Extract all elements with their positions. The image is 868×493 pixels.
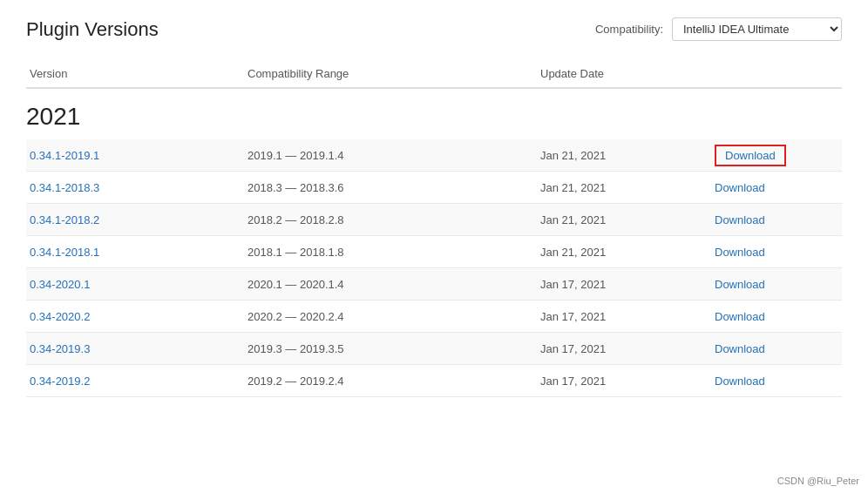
version-cell: 0.34-2019.3 bbox=[26, 341, 244, 355]
download-cell: Download bbox=[711, 213, 842, 226]
download-button[interactable]: Download bbox=[715, 213, 765, 226]
table-container: Version Compatibility Range Update Date … bbox=[26, 67, 842, 397]
version-link[interactable]: 0.34.1-2019.1 bbox=[30, 149, 99, 162]
download-button[interactable]: Download bbox=[715, 145, 786, 166]
version-cell: 0.34.1-2018.1 bbox=[26, 245, 244, 259]
update-date: Jan 17, 2021 bbox=[537, 342, 711, 355]
update-date: Jan 21, 2021 bbox=[537, 181, 711, 194]
page-title: Plugin Versions bbox=[26, 18, 159, 41]
version-cell: 0.34.1-2018.3 bbox=[26, 180, 244, 194]
compatibility-range: 2020.1 — 2020.1.4 bbox=[244, 278, 537, 291]
table-row: 0.34-2019.22019.2 — 2019.2.4Jan 17, 2021… bbox=[26, 365, 842, 397]
page-header: Plugin Versions Compatibility: IntelliJ … bbox=[26, 17, 842, 41]
download-button[interactable]: Download bbox=[715, 181, 765, 194]
version-cell: 0.34-2020.1 bbox=[26, 277, 244, 291]
version-link[interactable]: 0.34.1-2018.3 bbox=[30, 181, 99, 194]
download-cell: Download bbox=[711, 374, 842, 388]
watermark: CSDN @Riu_Peter bbox=[777, 476, 859, 486]
download-button[interactable]: Download bbox=[715, 246, 765, 259]
compatibility-range: 2019.3 — 2019.3.5 bbox=[244, 342, 537, 355]
version-link[interactable]: 0.34-2020.2 bbox=[30, 310, 90, 323]
table-row: 0.34.1-2018.12018.1 — 2018.1.8Jan 21, 20… bbox=[26, 236, 842, 268]
compatibility-container: Compatibility: IntelliJ IDEA Ultimate In… bbox=[595, 17, 842, 41]
table-row: 0.34.1-2018.32018.3 — 2018.3.6Jan 21, 20… bbox=[26, 172, 842, 204]
download-cell: Download bbox=[711, 148, 842, 162]
version-link[interactable]: 0.34-2019.3 bbox=[30, 342, 90, 355]
compatibility-range: 2018.2 — 2018.2.8 bbox=[244, 213, 537, 226]
version-link[interactable]: 0.34-2019.2 bbox=[30, 375, 90, 388]
compatibility-range: 2019.1 — 2019.1.4 bbox=[244, 149, 537, 162]
update-date: Jan 21, 2021 bbox=[537, 246, 711, 259]
update-date: Jan 21, 2021 bbox=[537, 149, 711, 162]
page-container: Plugin Versions Compatibility: IntelliJ … bbox=[0, 0, 868, 415]
download-cell: Download bbox=[711, 277, 842, 291]
table-row: 0.34-2020.22020.2 — 2020.2.4Jan 17, 2021… bbox=[26, 301, 842, 333]
rows-container: 0.34.1-2019.12019.1 — 2019.1.4Jan 21, 20… bbox=[26, 139, 842, 397]
version-link[interactable]: 0.34-2020.1 bbox=[30, 278, 90, 291]
version-link[interactable]: 0.34.1-2018.2 bbox=[30, 213, 99, 226]
version-cell: 0.34-2020.2 bbox=[26, 309, 244, 323]
year-label: 2021 bbox=[26, 89, 842, 139]
version-cell: 0.34.1-2019.1 bbox=[26, 148, 244, 162]
download-button[interactable]: Download bbox=[715, 310, 765, 323]
download-cell: Download bbox=[711, 180, 842, 194]
update-date: Jan 17, 2021 bbox=[537, 375, 711, 388]
version-cell: 0.34-2019.2 bbox=[26, 374, 244, 388]
update-date: Jan 21, 2021 bbox=[537, 213, 711, 226]
header-version: Version bbox=[26, 67, 244, 80]
version-link[interactable]: 0.34.1-2018.1 bbox=[30, 246, 99, 259]
year-group-2021: 2021 0.34.1-2019.12019.1 — 2019.1.4Jan 2… bbox=[26, 89, 842, 397]
compatibility-range: 2018.1 — 2018.1.8 bbox=[244, 246, 537, 259]
compatibility-range: 2018.3 — 2018.3.6 bbox=[244, 181, 537, 194]
table-header: Version Compatibility Range Update Date bbox=[26, 67, 842, 89]
download-cell: Download bbox=[711, 309, 842, 323]
table-row: 0.34-2020.12020.1 — 2020.1.4Jan 17, 2021… bbox=[26, 268, 842, 301]
table-row: 0.34.1-2019.12019.1 — 2019.1.4Jan 21, 20… bbox=[26, 139, 842, 172]
header-download bbox=[711, 67, 842, 80]
header-compatibility: Compatibility Range bbox=[244, 67, 537, 80]
download-button[interactable]: Download bbox=[715, 375, 765, 388]
update-date: Jan 17, 2021 bbox=[537, 278, 711, 291]
update-date: Jan 17, 2021 bbox=[537, 310, 711, 323]
table-row: 0.34.1-2018.22018.2 — 2018.2.8Jan 21, 20… bbox=[26, 204, 842, 236]
download-cell: Download bbox=[711, 245, 842, 259]
table-row: 0.34-2019.32019.3 — 2019.3.5Jan 17, 2021… bbox=[26, 333, 842, 365]
download-cell: Download bbox=[711, 341, 842, 355]
header-update-date: Update Date bbox=[537, 67, 711, 80]
compatibility-range: 2020.2 — 2020.2.4 bbox=[244, 310, 537, 323]
download-button[interactable]: Download bbox=[715, 278, 765, 291]
download-button[interactable]: Download bbox=[715, 342, 765, 355]
compatibility-select[interactable]: IntelliJ IDEA Ultimate IntelliJ IDEA Com… bbox=[672, 17, 842, 41]
version-cell: 0.34.1-2018.2 bbox=[26, 213, 244, 226]
compatibility-label: Compatibility: bbox=[595, 23, 663, 36]
compatibility-range: 2019.2 — 2019.2.4 bbox=[244, 375, 537, 388]
